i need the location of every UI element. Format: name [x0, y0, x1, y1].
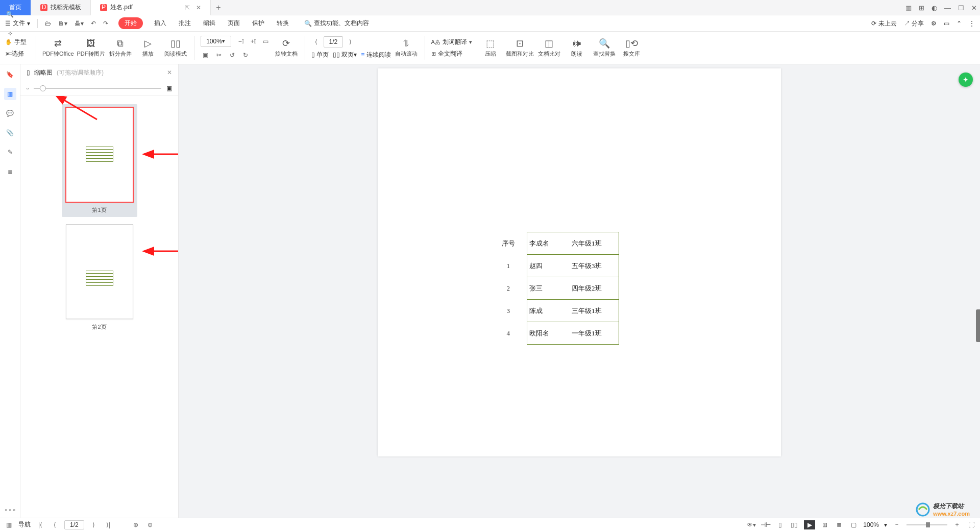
- view-dual-icon[interactable]: ▯▯: [790, 520, 799, 529]
- bookmark-icon[interactable]: 🔖: [4, 68, 16, 81]
- view-single-icon[interactable]: ▯: [775, 520, 785, 529]
- zoom-slider[interactable]: [906, 524, 947, 525]
- tab-insert[interactable]: 插入: [153, 17, 167, 30]
- fullscreen-icon[interactable]: ⛶: [967, 520, 976, 529]
- prev-page-icon[interactable]: ⟨: [311, 37, 322, 47]
- zoom-dropdown-icon[interactable]: ▾: [884, 521, 887, 528]
- rotate-right-icon[interactable]: ↻: [240, 50, 251, 60]
- rotate-left-icon[interactable]: ↺: [227, 50, 237, 60]
- play-button[interactable]: ▷播放: [136, 33, 160, 63]
- save-icon[interactable]: 🗎▾: [58, 20, 67, 27]
- layout-icon[interactable]: ▥: [905, 4, 912, 12]
- fit-page-icon[interactable]: ▢: [849, 520, 858, 529]
- zoom-readout[interactable]: 100%: [863, 521, 879, 528]
- zoom-in-status-icon[interactable]: ＋: [952, 520, 962, 529]
- print-icon[interactable]: 🖶▾: [75, 20, 84, 27]
- assistant-badge[interactable]: ✦: [959, 73, 973, 87]
- tab-convert[interactable]: 转换: [276, 17, 290, 30]
- zoom-out-icon[interactable]: −⃝: [236, 36, 247, 46]
- page-box[interactable]: 1/2: [64, 520, 84, 529]
- crop-icon[interactable]: ✂: [214, 50, 224, 60]
- pdf-to-image[interactable]: 🖼PDF转图片: [77, 33, 105, 63]
- eye-icon[interactable]: 👁▾: [747, 520, 756, 529]
- thumbnail-page-2[interactable]: 第2页: [62, 224, 137, 331]
- close-icon[interactable]: ✕: [196, 4, 201, 11]
- share-button[interactable]: ↗ 分享: [904, 19, 924, 28]
- screenshot-compare[interactable]: ⊡截图和对比: [506, 33, 534, 63]
- thumbnails-icon[interactable]: ▥: [4, 88, 16, 100]
- fit-width-icon[interactable]: ▭: [261, 36, 271, 46]
- auto-scroll[interactable]: ⥮自动滚动: [394, 33, 419, 63]
- marquee-icon[interactable]: ▣: [201, 50, 211, 60]
- skin-icon[interactable]: ◐: [932, 4, 937, 12]
- continuous-read[interactable]: ≡ 连续阅读: [361, 51, 390, 59]
- view-scroll-icon[interactable]: ≣: [835, 520, 844, 529]
- collapse-ribbon-icon[interactable]: ⌃: [957, 20, 962, 27]
- tab-pin-icon[interactable]: ⇱: [185, 4, 190, 11]
- note-side-icon[interactable]: ▭: [4, 47, 16, 59]
- page-indicator[interactable]: 1/2: [324, 36, 344, 47]
- zoom-in-icon[interactable]: +⃝: [249, 36, 259, 46]
- open-icon[interactable]: 🗁: [45, 20, 51, 27]
- pdf-to-office[interactable]: ⇄PDF转Office: [42, 33, 74, 63]
- gear-icon[interactable]: ⚙: [931, 20, 937, 27]
- cloud-status[interactable]: ⟳ 未上云: [871, 19, 896, 28]
- minimize-icon[interactable]: —: [944, 4, 951, 12]
- search-side-icon[interactable]: 🔍: [4, 8, 16, 20]
- signature-icon[interactable]: ✎: [4, 146, 16, 158]
- first-page-icon[interactable]: |⟨: [36, 520, 45, 529]
- more-icon[interactable]: ⋮: [969, 20, 975, 27]
- document-area[interactable]: 序号李成名六年级1班 1赵四五年级3班 2张三四年级2班 3陈成三年级1班 4欧…: [179, 64, 980, 518]
- maximize-icon[interactable]: ☐: [958, 4, 964, 12]
- single-page[interactable]: ▯ 单页: [311, 51, 329, 59]
- close-pane-icon[interactable]: ✕: [167, 69, 172, 76]
- slider-knob[interactable]: [40, 85, 46, 91]
- full-translate[interactable]: ⊞ 全文翻译: [431, 50, 472, 58]
- shapes-icon[interactable]: ✧: [4, 28, 16, 40]
- undo-icon[interactable]: ↶: [91, 20, 96, 27]
- tab-document[interactable]: P 姓名.pdf ⇱ ✕: [91, 0, 211, 15]
- prev-page-status-icon[interactable]: ⟨: [50, 520, 59, 529]
- tab-annotate[interactable]: 批注: [178, 17, 192, 30]
- compress[interactable]: ⬚压缩: [478, 33, 503, 63]
- chat-icon[interactable]: ▭: [944, 20, 949, 27]
- reading-mode[interactable]: ▯▯阅读模式: [163, 33, 188, 63]
- word-translate[interactable]: Aあ 划词翻译▾: [431, 38, 472, 46]
- nav-toggle-icon[interactable]: ▥: [4, 520, 13, 529]
- new-tab-button[interactable]: +: [211, 3, 226, 12]
- next-page-status-icon[interactable]: ⟩: [89, 520, 99, 529]
- zoom-combo[interactable]: 100% ▾: [201, 36, 231, 47]
- comment-icon[interactable]: 💬: [4, 107, 16, 119]
- tts[interactable]: 🕪朗读: [565, 33, 589, 63]
- tab-start[interactable]: 开始: [118, 17, 143, 29]
- zoom-out-status-icon[interactable]: －: [892, 520, 901, 529]
- tab-page[interactable]: 页面: [227, 17, 241, 30]
- redo-icon[interactable]: ↷: [103, 20, 108, 27]
- layers-icon[interactable]: ≣: [4, 165, 16, 178]
- doc-compare[interactable]: ◫文档比对: [537, 33, 561, 63]
- fit-icon[interactable]: ⊣⊢: [761, 520, 770, 529]
- nav-label[interactable]: 导航: [18, 520, 31, 529]
- slider-track[interactable]: [34, 88, 161, 89]
- tab-edit[interactable]: 编辑: [202, 17, 216, 30]
- next-page-icon[interactable]: ⟩: [345, 37, 355, 47]
- close-window-icon[interactable]: ✕: [971, 4, 977, 12]
- grid-icon[interactable]: ⊞: [919, 4, 924, 12]
- search-box[interactable]: 🔍 查找功能、文档内容: [304, 19, 369, 28]
- view-presentation-icon[interactable]: ▶: [804, 520, 815, 529]
- tab-protect[interactable]: 保护: [251, 17, 265, 30]
- attachment-icon[interactable]: 📎: [4, 127, 16, 139]
- rotate-doc[interactable]: ⟳旋转文档: [274, 33, 299, 63]
- thumbnail-page-1[interactable]: 第1页: [62, 104, 137, 217]
- add-page-icon[interactable]: ⊕: [131, 520, 140, 529]
- more-rail-icon[interactable]: ∘∘∘: [4, 506, 16, 514]
- tab-templates[interactable]: D 找稻壳模板: [31, 0, 91, 15]
- split-merge[interactable]: ⧉拆分合并: [108, 33, 133, 63]
- find-replace[interactable]: 🔍查找替换: [592, 33, 617, 63]
- view-grid-icon[interactable]: ⊞: [820, 520, 829, 529]
- thumbnail-size-slider[interactable]: ▫ ▣: [20, 81, 178, 96]
- right-drawer-handle[interactable]: [976, 309, 980, 342]
- last-page-icon[interactable]: ⟩|: [104, 520, 113, 529]
- dual-page[interactable]: ▯▯ 双页▾: [333, 51, 357, 59]
- search-library[interactable]: ▯⟲搜文库: [620, 33, 644, 63]
